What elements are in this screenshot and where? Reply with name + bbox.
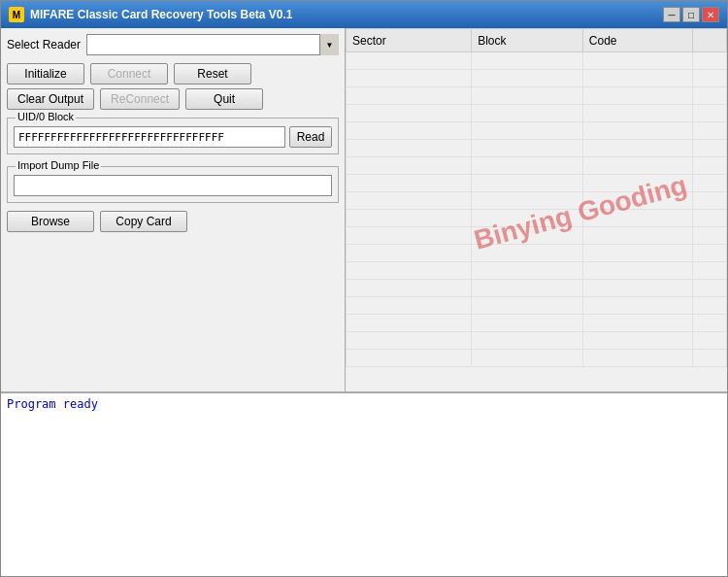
- uid-row: Read: [14, 126, 332, 148]
- button-row-1: Initialize Connect Reset: [7, 63, 339, 85]
- table-row: [347, 192, 727, 210]
- uid-input[interactable]: [14, 126, 285, 148]
- table-row: [347, 297, 727, 315]
- col-extra: [692, 29, 726, 52]
- reset-button[interactable]: Reset: [174, 63, 251, 85]
- table-row: [347, 52, 727, 70]
- maximize-button[interactable]: □: [682, 7, 700, 22]
- close-button[interactable]: ✕: [702, 7, 719, 22]
- reconnect-button[interactable]: ReConnect: [100, 88, 180, 110]
- col-code: Code: [582, 29, 692, 52]
- table-row: [347, 140, 727, 157]
- read-button[interactable]: Read: [289, 126, 332, 148]
- top-section: Select Reader ▼ Initialize Connect Reset…: [1, 28, 727, 391]
- table-row: [347, 105, 727, 122]
- table-row: [347, 245, 727, 262]
- title-bar-buttons: ─ □ ✕: [663, 7, 719, 22]
- quit-button[interactable]: Quit: [185, 88, 263, 110]
- col-sector: Sector: [347, 29, 472, 52]
- table-row: [347, 70, 727, 87]
- initialize-button[interactable]: Initialize: [7, 63, 84, 85]
- table-row: [347, 227, 727, 245]
- select-reader-dropdown[interactable]: [86, 34, 339, 55]
- right-panel: Sector Block Code Binying Gooding: [346, 28, 727, 391]
- clear-output-button[interactable]: Clear Output: [7, 88, 94, 110]
- program-status: Program ready: [7, 397, 721, 411]
- table-row: [347, 210, 727, 227]
- full-layout: Select Reader ▼ Initialize Connect Reset…: [1, 28, 727, 576]
- connect-button[interactable]: Connect: [90, 63, 168, 85]
- select-reader-row: Select Reader ▼: [7, 34, 339, 55]
- title-bar: M MIFARE Classic Card Recovery Tools Bet…: [1, 1, 727, 28]
- import-btn-row: Browse Copy Card: [7, 211, 339, 232]
- import-group-box: Import Dump File: [7, 166, 339, 203]
- left-panel: Select Reader ▼ Initialize Connect Reset…: [1, 28, 346, 391]
- table-row: [347, 280, 727, 297]
- table-row: [347, 350, 727, 367]
- col-block: Block: [472, 29, 583, 52]
- import-group-label: Import Dump File: [16, 159, 101, 171]
- uid-group-label: UID/0 Block: [16, 111, 76, 122]
- minimize-button[interactable]: ─: [663, 7, 680, 22]
- main-window: M MIFARE Classic Card Recovery Tools Bet…: [0, 0, 728, 577]
- table-row: [347, 175, 727, 192]
- table-row: [347, 262, 727, 280]
- sector-table: Sector Block Code: [346, 28, 727, 367]
- app-icon: M: [9, 7, 24, 22]
- select-reader-label: Select Reader: [7, 38, 81, 51]
- bottom-section: Program ready: [1, 391, 727, 576]
- table-row: [347, 315, 727, 332]
- uid-group-box: UID/0 Block Read: [7, 118, 339, 154]
- table-row: [347, 122, 727, 140]
- table-row: [347, 87, 727, 105]
- import-file-input[interactable]: [14, 175, 332, 196]
- button-row-2: Clear Output ReConnect Quit: [7, 88, 339, 110]
- copy-card-button[interactable]: Copy Card: [100, 211, 187, 232]
- title-bar-text: MIFARE Classic Card Recovery Tools Beta …: [30, 8, 657, 21]
- table-row: [347, 157, 727, 175]
- table-area: Sector Block Code: [346, 28, 727, 391]
- browse-button[interactable]: Browse: [7, 211, 94, 232]
- reader-combo-wrapper: ▼: [86, 34, 339, 55]
- table-row: [347, 332, 727, 350]
